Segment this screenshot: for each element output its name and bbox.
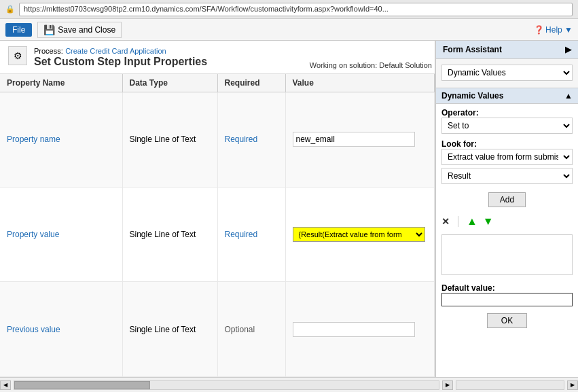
page-title: Set Custom Step Input Properties [34, 56, 427, 68]
help-label: Help ▼ [545, 25, 573, 35]
collapse-icon[interactable]: ▲ [564, 91, 573, 101]
right-scrollbar-track[interactable] [456, 380, 564, 390]
scroll-right-arrow[interactable]: ▶ [442, 380, 453, 390]
result-select[interactable]: Result [441, 168, 573, 184]
row1-value-input[interactable] [293, 132, 415, 147]
dynamic-values-dropdown[interactable]: Dynamic Values Form Fields Operators [441, 65, 573, 81]
add-button[interactable]: Add [488, 192, 526, 207]
col-header-name: Property Name [0, 74, 122, 92]
operator-select[interactable]: Set to [441, 118, 573, 134]
row2-name: Property value [0, 187, 122, 282]
row2-value: {Result(Extract value from form [285, 187, 435, 282]
left-panel: ⚙ Process: Create Credit Card Applicatio… [0, 41, 435, 377]
save-icon: 💾 [43, 24, 55, 35]
default-value-input[interactable] [441, 293, 573, 306]
row1-value [285, 92, 435, 188]
scroll-left-arrow[interactable]: ◀ [0, 380, 11, 390]
row1-required: Required [217, 92, 285, 188]
expand-icon[interactable]: ▶ [565, 45, 571, 54]
row3-name: Previous value [0, 282, 122, 377]
col-header-type: Data Type [122, 74, 217, 92]
toolbar: File 💾 Save and Close ❓ Help ▼ [0, 19, 578, 41]
dynamic-values-section: Dynamic Values ▲ [436, 88, 578, 104]
default-value-label: Default value: [441, 283, 573, 293]
form-assistant-header: Form Assistant ▶ [436, 41, 578, 59]
row1-type: Single Line of Text [122, 92, 217, 188]
move-down-icon[interactable]: ▼ [483, 215, 494, 228]
row3-type: Single Line of Text [122, 282, 217, 377]
row2-dynamic-select[interactable]: {Result(Extract value from form [293, 227, 425, 242]
header-text: Process: Create Credit Card Application … [34, 46, 427, 68]
table-row: Property value Single Line of Text Requi… [0, 187, 435, 282]
save-close-label: Save and Close [58, 25, 115, 35]
url-input[interactable]: https://mkttest0703cwsg908tp2.crm10.dyna… [19, 3, 573, 16]
row2-type: Single Line of Text [122, 187, 217, 282]
lock-icon: 🔒 [5, 5, 15, 14]
operator-label: Operator: [441, 108, 479, 118]
col-header-value: Value [285, 74, 435, 92]
row3-value [285, 282, 435, 377]
row2-required: Required [217, 187, 285, 282]
values-text-area[interactable] [441, 234, 573, 275]
browser-bar: 🔒 https://mkttest0703cwsg908tp2.crm10.dy… [0, 0, 578, 19]
file-button[interactable]: File [5, 23, 32, 37]
page-header: ⚙ Process: Create Credit Card Applicatio… [0, 41, 435, 74]
action-icons: ✕ ▲ ▼ [441, 213, 573, 230]
dynamic-values-label: Dynamic Values [441, 91, 503, 101]
icon-separator [458, 216, 458, 227]
row1-name: Property name [0, 92, 122, 188]
properties-table: Property Name Data Type Required Value P… [0, 74, 435, 377]
settings-icon: ⚙ [8, 46, 27, 65]
save-close-button[interactable]: 💾 Save and Close [37, 22, 122, 38]
status-bar: ◀ ▶ ▶ [0, 377, 578, 392]
table-row: Previous value Single Line of Text Optio… [0, 282, 435, 377]
process-prefix: Process: [34, 47, 63, 55]
row3-value-input[interactable] [293, 322, 415, 337]
question-icon: ❓ [534, 25, 544, 35]
row3-required: Optional [217, 282, 285, 377]
dropdown-section: Dynamic Values Form Fields Operators [436, 59, 578, 86]
default-value-section: Default value: [441, 279, 573, 306]
operator-row: Operator: Set to [441, 108, 573, 137]
look-for-row: Look for: Extract value from form submis… [441, 139, 573, 187]
ok-button[interactable]: OK [487, 313, 527, 328]
table-row: Property name Single Line of Text Requir… [0, 92, 435, 188]
form-assistant-title: Form Assistant [443, 45, 502, 54]
look-for-select[interactable]: Extract value from form submission [441, 149, 573, 165]
h-scrollbar-thumb [14, 381, 150, 389]
h-scrollbar-track[interactable] [14, 380, 439, 390]
process-link[interactable]: Create Credit Card Application [65, 47, 166, 55]
right-panel: Form Assistant ▶ Dynamic Values Form Fie… [435, 41, 578, 377]
move-up-icon[interactable]: ▲ [467, 215, 477, 228]
main-content: ⚙ Process: Create Credit Card Applicatio… [0, 41, 578, 377]
help-button[interactable]: ❓ Help ▼ [534, 25, 573, 35]
dv-body: Operator: Set to Look for: Extract value… [436, 104, 578, 377]
delete-icon[interactable]: ✕ [441, 216, 450, 227]
scroll-right-arrow2[interactable]: ▶ [567, 380, 578, 390]
look-for-label: Look for: [441, 139, 477, 149]
col-header-required: Required [217, 74, 285, 92]
